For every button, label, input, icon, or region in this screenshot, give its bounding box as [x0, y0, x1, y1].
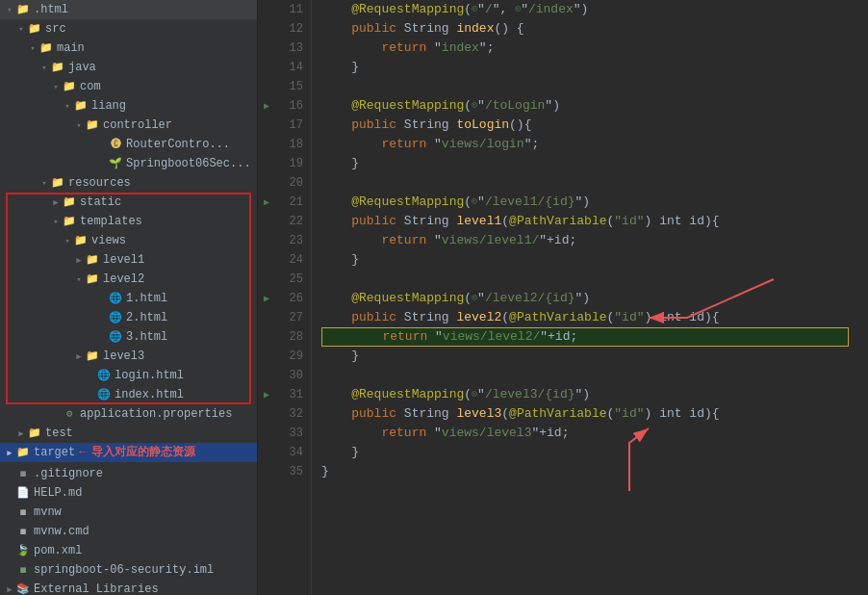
- gutter-line-15: [258, 77, 275, 96]
- code-line-34: }: [321, 443, 868, 462]
- sidebar-item-main[interactable]: ▾ 📁 main: [0, 39, 257, 58]
- java-folder-icon: 📁: [50, 61, 65, 74]
- sidebar-item-label: HELP.md: [34, 486, 82, 500]
- sidebar-item-label: resources: [68, 176, 131, 190]
- sidebar-item-3html[interactable]: 🌐 3.html: [0, 327, 257, 347]
- sidebar-item-html[interactable]: ▾ 📁 .html: [0, 0, 257, 19]
- code-line-32: public String level3 ( @PathVariable ( "…: [321, 404, 868, 424]
- folder-icon: 📁: [15, 446, 31, 459]
- expand-arrow: ▶: [4, 584, 15, 595]
- folder-icon: 📁: [85, 349, 100, 363]
- expand-arrow: ▾: [50, 217, 62, 227]
- sidebar-item-com[interactable]: ▾ 📁 com: [0, 77, 257, 96]
- sidebar-item-label: Springboot06Sec...: [126, 157, 251, 170]
- sidebar-item-routercontrol[interactable]: 🅒 RouterContro...: [0, 135, 257, 154]
- sidebar-item-java[interactable]: ▾ 📁 java: [0, 58, 257, 77]
- gutter-line-17: [258, 116, 275, 135]
- code-line-28: return " views/level2/ "+id;: [321, 327, 849, 347]
- gutter-line-34: [258, 443, 275, 462]
- sidebar-item-helpmd[interactable]: 📄 HELP.md: [0, 483, 257, 503]
- sidebar-item-extlibs[interactable]: ▶ 📚 External Libraries: [0, 580, 257, 595]
- gutter-line-11: [258, 0, 275, 19]
- gutter-line-32: [258, 404, 275, 424]
- sidebar-item-label: 3.html: [126, 330, 167, 344]
- sidebar-item-pomxml[interactable]: 🍃 pom.xml: [0, 541, 257, 560]
- xml-file-icon: 🍃: [15, 544, 31, 557]
- static-resource-annotation: ← 导入对应的静态资源: [77, 444, 195, 460]
- sidebar-item-mvnwcmd[interactable]: ◼ mvnw.cmd: [0, 522, 257, 541]
- code-line-31: @RequestMapping ( ⊙ "/level3/{id}"): [321, 385, 868, 404]
- code-lines[interactable]: @RequestMapping ( ⊙ "/", ⊙ "/index") pub…: [312, 0, 868, 595]
- sidebar-item-iml[interactable]: ◼ springboot-06-security.iml: [0, 560, 257, 580]
- code-editor: ▶ ▶ ▶ ▶ 11 12 13 14 15: [258, 0, 868, 595]
- sidebar-item-1html[interactable]: 🌐 1.html: [0, 289, 257, 308]
- expand-arrow: ▾: [27, 43, 38, 54]
- sidebar-item-indexhtml[interactable]: 🌐 index.html: [0, 385, 257, 404]
- sidebar-item-label: controller: [103, 118, 172, 132]
- gutter-line-13: [258, 39, 275, 58]
- folder-icon: 📁: [73, 234, 89, 247]
- sidebar-item-level3[interactable]: ▶ 📁 level3: [0, 347, 257, 366]
- folder-icon: 📁: [62, 215, 77, 228]
- sidebar-item-templates[interactable]: ▾ 📁 templates: [0, 212, 257, 231]
- code-line-25: [321, 270, 868, 289]
- code-line-22: public String level1 ( @PathVariable ( "…: [321, 212, 868, 231]
- sidebar-item-level2[interactable]: ▾ 📁 level2: [0, 270, 257, 289]
- sidebar-item-label: RouterContro...: [126, 138, 230, 151]
- sidebar-item-controller[interactable]: ▾ 📁 controller: [0, 116, 257, 135]
- expand-arrow: ▾: [62, 101, 73, 112]
- sidebar-item-2html[interactable]: 🌐 2.html: [0, 308, 257, 327]
- folder-icon: 📁: [85, 272, 100, 286]
- code-line-27: public String level2 ( @PathVariable ( "…: [321, 308, 868, 327]
- sidebar-item-loginhtml[interactable]: 🌐 login.html: [0, 366, 257, 385]
- sidebar-item-views[interactable]: ▾ 📁 views: [0, 231, 257, 250]
- expand-arrow: ▾: [38, 178, 50, 189]
- gutter-line-30: [258, 366, 275, 385]
- gutter-line-18: [258, 135, 275, 154]
- html-file-icon: 🌐: [108, 330, 123, 344]
- gitignore-file-icon: ◼: [15, 467, 31, 480]
- folder-icon: 📁: [27, 427, 42, 440]
- ctrl-file-icon: 🅒: [108, 138, 123, 151]
- sidebar-item-label: mvnw: [34, 505, 62, 519]
- code-line-20: [321, 173, 868, 193]
- code-line-14: }: [321, 58, 868, 77]
- md-file-icon: 📄: [15, 486, 31, 500]
- gutter-line-23: [258, 231, 275, 250]
- sidebar-item-label: pom.xml: [34, 544, 82, 557]
- sidebar-item-appprops[interactable]: ⚙ application.properties: [0, 404, 257, 424]
- sidebar-item-gitignore[interactable]: ◼ .gitignore: [0, 464, 257, 483]
- code-line-23: return " views/level1/ "+id;: [321, 231, 868, 250]
- mvnwcmd-file-icon: ◼: [15, 525, 31, 538]
- sidebar-item-label: mvnw.cmd: [34, 525, 89, 538]
- code-line-21: @RequestMapping ( ⊙ "/level1/{id}"): [321, 193, 868, 212]
- folder-icon: 📁: [38, 41, 54, 55]
- code-area: ▶ ▶ ▶ ▶ 11 12 13 14 15: [258, 0, 868, 595]
- sidebar-item-mvnw[interactable]: ◼ mvnw: [0, 503, 257, 522]
- sidebar-item-liang[interactable]: ▾ 📁 liang: [0, 96, 257, 116]
- sidebar-item-springboot06[interactable]: 🌱 Springboot06Sec...: [0, 154, 257, 173]
- expand-arrow: ▾: [50, 82, 62, 92]
- sidebar-item-label: level3: [103, 349, 144, 363]
- spring-file-icon: 🌱: [108, 157, 123, 170]
- sidebar-item-resources[interactable]: ▾ 📁 resources: [0, 173, 257, 193]
- code-line-29: }: [321, 347, 868, 366]
- code-line-26: @RequestMapping ( ⊙ "/level2/{id}"): [321, 289, 868, 308]
- sidebar-item-label: test: [45, 427, 73, 440]
- sidebar-item-static[interactable]: ▶ 📁 static: [0, 193, 257, 212]
- folder-icon: 📁: [73, 99, 89, 113]
- folder-icon: 📁: [85, 118, 100, 132]
- sidebar-item-label: application.properties: [80, 407, 232, 421]
- sidebar-item-level1[interactable]: ▶ 📁 level1: [0, 250, 257, 270]
- sidebar-item-label: level1: [103, 253, 144, 267]
- gutter-line-31: ▶: [258, 385, 275, 404]
- code-line-11: @RequestMapping ( ⊙ "/", ⊙ "/index"): [321, 0, 868, 19]
- sidebar-item-label: External Libraries: [34, 582, 159, 595]
- sidebar-item-src[interactable]: ▾ 📁 src: [0, 19, 257, 39]
- code-line-13: return " index ";: [321, 39, 868, 58]
- sidebar-item-test[interactable]: ▶ 📁 test: [0, 424, 257, 443]
- file-tree: ▾ 📁 .html ▾ 📁 src ▾ 📁 main ▾ 📁 java ▾ 📁 …: [0, 0, 258, 595]
- props-file-icon: ⚙: [62, 407, 77, 421]
- gutter-line-29: [258, 347, 275, 366]
- gutter-line-20: [258, 173, 275, 193]
